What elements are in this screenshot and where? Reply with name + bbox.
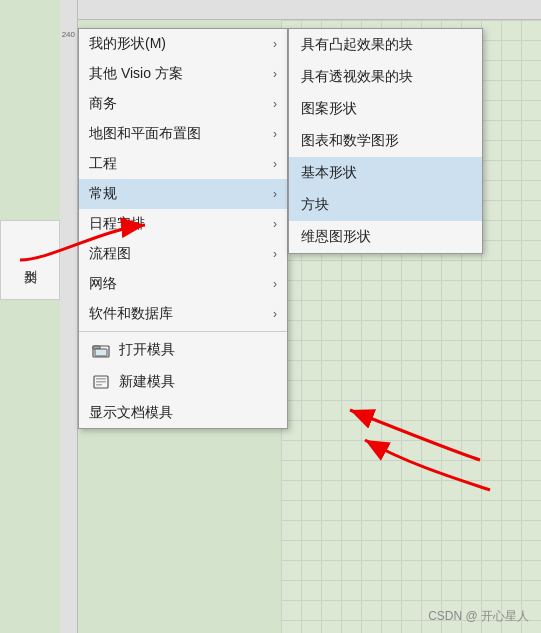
menu-item-arrow-map-floorplan: › [273, 127, 277, 141]
sub-menu-item-block-raised[interactable]: 具有凸起效果的块 [289, 29, 482, 61]
sub-menu: 具有凸起效果的块具有透视效果的块图案形状图表和数学图形基本形状方块维恩图形状 [288, 28, 483, 254]
menu-item-arrow-my-shapes: › [273, 37, 277, 51]
svg-rect-4 [96, 378, 106, 380]
menu-item-arrow-schedule: › [273, 217, 277, 231]
menu-item-label-engineering: 工程 [89, 155, 269, 173]
sub-menu-item-label-block-raised: 具有凸起效果的块 [301, 36, 413, 54]
watermark: CSDN @ 开心星人 [428, 608, 529, 625]
svg-rect-5 [96, 381, 106, 383]
menu-item-engineering[interactable]: 工程› [79, 149, 287, 179]
menu-item-business[interactable]: 商务› [79, 89, 287, 119]
menu-item-label-network: 网络 [89, 275, 269, 293]
sub-menu-item-label-block-transparent: 具有透视效果的块 [301, 68, 413, 86]
menu-item-other-visio[interactable]: 其他 Visio 方案› [79, 59, 287, 89]
sub-menu-item-venn[interactable]: 维恩图形状 [289, 221, 482, 253]
sub-menu-item-label-pattern-shapes: 图案形状 [301, 100, 357, 118]
menu-item-arrow-engineering: › [273, 157, 277, 171]
menu-item-flowchart[interactable]: 流程图› [79, 239, 287, 269]
ruler-top [78, 0, 541, 20]
ruler-mark-240: 240 [62, 30, 75, 39]
menu-item-arrow-flowchart: › [273, 247, 277, 261]
sub-menu-item-block-transparent[interactable]: 具有透视效果的块 [289, 61, 482, 93]
menu-item-new-template[interactable]: 新建模具 [79, 366, 287, 398]
ruler-left: 240 [60, 0, 78, 633]
menu-item-schedule[interactable]: 日程安排› [79, 209, 287, 239]
menu-item-label-map-floorplan: 地图和平面布置图 [89, 125, 269, 143]
menu-item-general[interactable]: 常规› [79, 179, 287, 209]
menu-item-label-software-db: 软件和数据库 [89, 305, 269, 323]
menu-item-label-new-template: 新建模具 [119, 373, 277, 391]
menu-item-label-open-template: 打开模具 [119, 341, 277, 359]
sub-menu-item-blocks[interactable]: 方块 [289, 189, 482, 221]
menu-item-arrow-business: › [273, 97, 277, 111]
menu-item-arrow-general: › [273, 187, 277, 201]
menu-item-label-other-visio: 其他 Visio 方案 [89, 65, 269, 83]
sub-menu-item-pattern-shapes[interactable]: 图案形状 [289, 93, 482, 125]
menu-item-open-template[interactable]: 打开模具 [79, 334, 287, 366]
menu-divider [79, 331, 287, 332]
menu-item-label-schedule: 日程安排 [89, 215, 269, 233]
menu-item-arrow-network: › [273, 277, 277, 291]
svg-rect-2 [95, 349, 107, 356]
category-label: 类别 [0, 220, 60, 300]
sub-menu-item-chart-math[interactable]: 图表和数学图形 [289, 125, 482, 157]
new-template-icon [89, 372, 113, 392]
menu-item-label-my-shapes: 我的形状(M) [89, 35, 269, 53]
menu-item-label-general: 常规 [89, 185, 269, 203]
context-menu: 我的形状(M)›其他 Visio 方案›商务›地图和平面布置图›工程›常规›日程… [78, 28, 288, 429]
menu-item-arrow-other-visio: › [273, 67, 277, 81]
menu-item-label-show-doc-template: 显示文档模具 [89, 404, 277, 422]
sub-menu-item-basic-shapes[interactable]: 基本形状 [289, 157, 482, 189]
menu-item-show-doc-template[interactable]: 显示文档模具 [79, 398, 287, 428]
svg-rect-6 [96, 384, 102, 386]
sub-menu-item-label-venn: 维恩图形状 [301, 228, 371, 246]
menu-item-my-shapes[interactable]: 我的形状(M)› [79, 29, 287, 59]
menu-item-label-flowchart: 流程图 [89, 245, 269, 263]
menu-item-arrow-software-db: › [273, 307, 277, 321]
menu-item-map-floorplan[interactable]: 地图和平面布置图› [79, 119, 287, 149]
sub-menu-item-label-blocks: 方块 [301, 196, 329, 214]
menu-item-label-business: 商务 [89, 95, 269, 113]
menu-item-network[interactable]: 网络› [79, 269, 287, 299]
open-template-icon [89, 340, 113, 360]
sub-menu-item-label-chart-math: 图表和数学图形 [301, 132, 399, 150]
sub-menu-item-label-basic-shapes: 基本形状 [301, 164, 357, 182]
menu-item-software-db[interactable]: 软件和数据库› [79, 299, 287, 329]
